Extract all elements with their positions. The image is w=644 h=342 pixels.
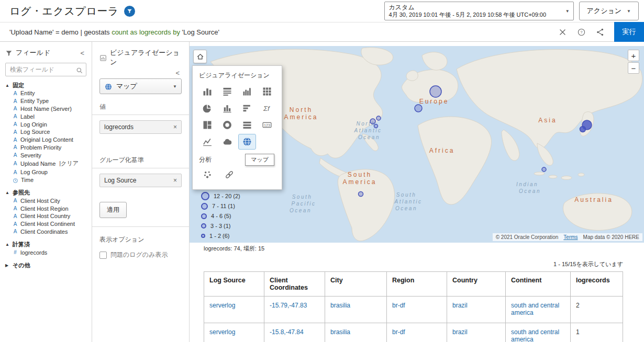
bar-chart-icon[interactable] bbox=[199, 84, 216, 99]
chart-type-value: マップ bbox=[116, 82, 169, 91]
column-header[interactable]: Continent bbox=[506, 272, 571, 297]
field-item[interactable]: AClient Host Continent bbox=[5, 220, 86, 228]
field-group-header[interactable]: ▲参照先 bbox=[5, 189, 86, 197]
table-cell-link[interactable]: br-df bbox=[392, 302, 405, 309]
map-globe-icon[interactable] bbox=[239, 134, 256, 149]
time-range-value: 4月 30, 2019 10:01 午後 - 5月 2, 2019 10:58 … bbox=[389, 12, 561, 19]
share-icon[interactable] bbox=[596, 27, 605, 37]
field-item[interactable]: #logrecords bbox=[5, 248, 86, 256]
collapse-fields-icon[interactable]: < bbox=[78, 49, 86, 57]
actions-button[interactable]: アクション ▼ bbox=[579, 2, 639, 20]
word-cloud-icon[interactable] bbox=[219, 134, 236, 149]
field-item[interactable]: ALabel bbox=[5, 112, 86, 120]
continent-map-label: Asia bbox=[538, 117, 557, 124]
column-header[interactable]: City bbox=[325, 272, 387, 297]
summary-icon[interactable]: Σf bbox=[259, 101, 275, 116]
field-item[interactable]: ALog Group bbox=[5, 168, 86, 176]
map-marker[interactable] bbox=[542, 167, 546, 172]
field-item[interactable]: AClient Host Country bbox=[5, 212, 86, 220]
drop-zone[interactable] bbox=[99, 134, 182, 147]
link-analysis-icon[interactable] bbox=[221, 167, 238, 182]
time-range-picker[interactable]: カスタム 4月 30, 2019 10:01 午後 - 5月 2, 2019 1… bbox=[384, 2, 574, 21]
global-filter-icon[interactable] bbox=[124, 6, 135, 17]
field-item[interactable]: AClient Coordinates bbox=[5, 228, 86, 236]
field-item[interactable]: ASeverity bbox=[5, 151, 86, 159]
field-item[interactable]: AProblem Priority bbox=[5, 143, 86, 151]
map-marker[interactable] bbox=[580, 127, 586, 132]
field-item[interactable]: AHost Name (Server) bbox=[5, 105, 86, 113]
list-rows-icon[interactable] bbox=[239, 118, 256, 132]
field-item[interactable]: AUpload Name|クリア bbox=[5, 159, 86, 168]
table-cell-link[interactable]: -15.79,-47.83 bbox=[270, 302, 307, 309]
map-marker[interactable] bbox=[359, 192, 363, 197]
collapse-viz-icon[interactable]: < bbox=[173, 69, 182, 77]
column-header[interactable]: Region bbox=[387, 272, 447, 297]
remove-group-chip-icon[interactable]: × bbox=[170, 177, 177, 184]
problem-logs-checkbox[interactable] bbox=[99, 252, 107, 259]
continent-map-label: Africa bbox=[429, 147, 455, 154]
table-cell-link[interactable]: brasilia bbox=[330, 302, 350, 309]
field-item[interactable]: AClient Host Region bbox=[5, 204, 86, 212]
column-header[interactable]: Country bbox=[447, 272, 506, 297]
map-home-button[interactable] bbox=[193, 50, 207, 63]
table-cell-link[interactable]: serverlog bbox=[209, 302, 235, 309]
table-cell-link[interactable]: br-df bbox=[392, 328, 405, 336]
field-group-header[interactable]: ▲計算済 bbox=[5, 241, 86, 248]
map-marker[interactable] bbox=[430, 86, 441, 97]
pivot-table-icon[interactable] bbox=[259, 84, 275, 99]
hbar-chart-icon[interactable] bbox=[239, 101, 256, 116]
field-item[interactable]: AOriginal Log Content bbox=[5, 136, 86, 144]
field-group-header[interactable]: ▲固定 bbox=[5, 82, 86, 89]
map-marker[interactable] bbox=[415, 105, 422, 112]
apply-button[interactable]: 適用 bbox=[99, 202, 127, 218]
map-marker[interactable] bbox=[374, 124, 378, 128]
table-cell-link[interactable]: brasilia bbox=[330, 328, 350, 336]
field-item[interactable]: AEntity bbox=[5, 89, 86, 97]
query-input[interactable]: 'Upload Name' = demo | geostats count as… bbox=[9, 28, 553, 36]
help-icon[interactable]: ? bbox=[577, 27, 586, 37]
zoom-out-button[interactable]: − bbox=[628, 62, 639, 74]
cluster-icon[interactable] bbox=[199, 167, 216, 182]
treemap-icon[interactable] bbox=[199, 118, 216, 132]
map-marker[interactable] bbox=[370, 119, 375, 124]
field-item[interactable]: Time bbox=[5, 176, 86, 184]
table-cell-link[interactable]: brazil bbox=[452, 328, 468, 336]
problem-logs-option[interactable]: 問題のログのみ表示 bbox=[99, 250, 182, 259]
map-canvas[interactable]: NorthAmericaEuropeAsiaAfricaSouthAmerica… bbox=[190, 46, 644, 243]
map-marker[interactable] bbox=[376, 116, 381, 120]
clear-query-icon[interactable] bbox=[558, 27, 568, 37]
field-clear-link[interactable]: |クリア bbox=[59, 159, 79, 167]
drop-zone[interactable] bbox=[99, 187, 182, 192]
group-chip[interactable]: Log Source × bbox=[99, 174, 182, 187]
value-chip[interactable]: logrecords × bbox=[99, 120, 182, 134]
table-cell-link[interactable]: brazil bbox=[452, 302, 468, 309]
donut-chart-icon[interactable] bbox=[219, 118, 236, 132]
run-button[interactable]: 実行 bbox=[614, 22, 644, 42]
field-item[interactable]: AClient Host City bbox=[5, 197, 86, 204]
table-cell-link[interactable]: -15.8,-47.84 bbox=[270, 328, 304, 336]
field-item[interactable]: ALog Source bbox=[5, 128, 86, 136]
numeric-icon[interactable]: 123 bbox=[259, 118, 275, 132]
column-header[interactable]: Log Source bbox=[204, 272, 264, 297]
legend-item: 4 - 6 (5) bbox=[201, 212, 240, 220]
field-item[interactable]: ALog Origin bbox=[5, 120, 86, 128]
string-field-icon: A bbox=[13, 206, 18, 211]
column-header[interactable]: Client Coordinates bbox=[264, 272, 325, 297]
table-cell-link[interactable]: south and central america bbox=[511, 328, 559, 342]
terms-link[interactable]: Terms bbox=[563, 234, 578, 240]
zoom-in-button[interactable]: + bbox=[628, 50, 639, 61]
ocean-map-label: Ocean bbox=[290, 208, 312, 213]
column-header[interactable]: logrecords bbox=[571, 272, 623, 297]
field-search-input[interactable] bbox=[5, 63, 86, 76]
table-cell-link[interactable]: serverlog bbox=[209, 328, 235, 336]
line-chart-icon[interactable] bbox=[199, 134, 216, 149]
histogram-icon[interactable] bbox=[239, 84, 256, 99]
column-chart-icon[interactable] bbox=[219, 101, 236, 116]
records-icon[interactable] bbox=[219, 84, 236, 99]
field-item[interactable]: AEntity Type bbox=[5, 97, 86, 105]
chart-type-select[interactable]: マップ ▼ bbox=[99, 78, 182, 94]
field-group-header[interactable]: ▶その他 bbox=[5, 261, 86, 269]
pie-chart-icon[interactable] bbox=[199, 101, 216, 116]
table-cell-link[interactable]: south and central america bbox=[511, 302, 559, 316]
remove-value-chip-icon[interactable]: × bbox=[170, 123, 177, 131]
